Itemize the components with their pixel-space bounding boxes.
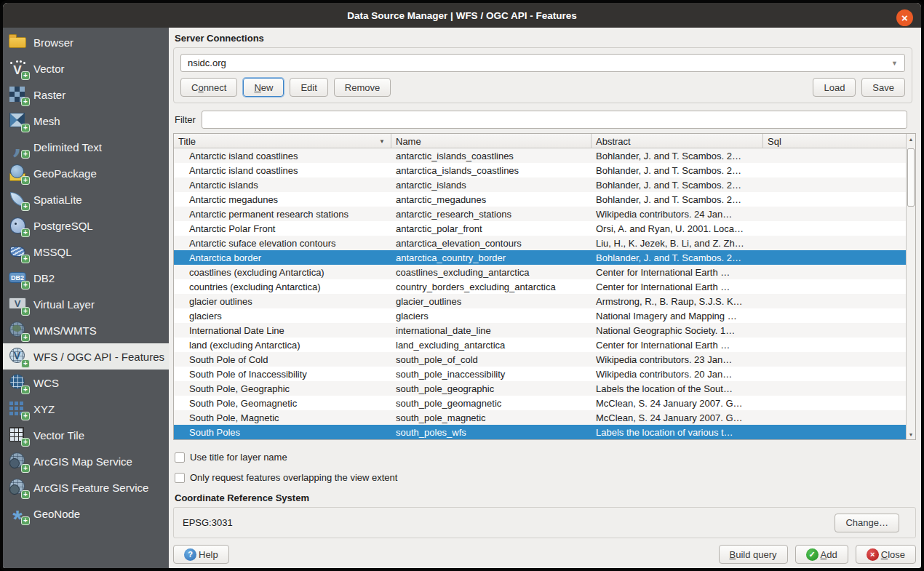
remove-button[interactable]: Remove (334, 78, 391, 97)
table-row[interactable]: South Pole of Coldsouth_pole_of_coldWiki… (174, 352, 906, 367)
connection-select[interactable]: nsidc.org ▼ (180, 54, 905, 72)
sidebar-item-browser[interactable]: Browser (3, 29, 169, 55)
sidebar-item-label: PostgreSQL (33, 220, 93, 232)
sidebar: BrowserV+Vector+Raster+Mesh,+Delimited T… (3, 28, 169, 568)
table-row[interactable]: Antarctic island coastlinesantarctic_isl… (174, 148, 906, 163)
table-row[interactable]: Antarctic megadunesantarctic_megadunesBo… (174, 192, 906, 207)
sidebar-item-label: WMS/WMTS (33, 324, 97, 337)
edit-button[interactable]: Edit (290, 78, 327, 97)
raster-icon: + (9, 84, 29, 105)
cell-abstract: Armstrong, R., B. Raup, S.J.S. K… (592, 294, 763, 308)
table-scrollbar[interactable]: ▲ ▼ (906, 134, 915, 439)
connect-button[interactable]: Connect (180, 78, 237, 97)
cell-sql (763, 410, 906, 425)
cell-name: antarctic_polar_front (391, 221, 592, 236)
table-row[interactable]: South Pole, Magneticsouth_pole_magneticM… (174, 410, 906, 425)
table-row[interactable]: South Pole, Geographicsouth_pole_geograp… (174, 381, 906, 396)
sidebar-item-vector[interactable]: V+Vector (3, 55, 169, 81)
table-row[interactable]: South Pole of Inaccessibilitysouth_pole_… (174, 367, 906, 381)
table-row[interactable]: Antarctic permanent research stationsant… (174, 207, 906, 221)
sidebar-item-label: Mesh (33, 115, 60, 127)
sidebar-item-geopackage[interactable]: +GeoPackage (3, 160, 169, 186)
build-query-button[interactable]: Build query (719, 545, 788, 564)
cell-title: South Poles (174, 425, 391, 439)
crs-section-label: Coordinate Reference System (175, 492, 916, 503)
add-button[interactable]: ✓Add (795, 545, 848, 564)
server-connections-group: nsidc.org ▼ Connect New Edit Remove Load… (173, 47, 912, 103)
plus-badge-icon: + (21, 228, 30, 237)
mssql-icon: + (9, 241, 29, 262)
sidebar-item-virtual-layer[interactable]: V+Virtual Layer (3, 291, 169, 317)
sidebar-item-wfs-ogc-api-features[interactable]: V+WFS / OGC API - Features (3, 343, 169, 370)
sidebar-item-wcs[interactable]: +WCS (3, 370, 169, 396)
table-row[interactable]: South Polessouth_poles_wfsLabels the loc… (174, 425, 906, 439)
vector-icon: V+ (9, 58, 29, 79)
table-row[interactable]: Antarctic suface elevation contoursantar… (174, 236, 906, 250)
sidebar-item-postgresql[interactable]: +PostgreSQL (3, 212, 169, 239)
table-row[interactable]: Antarctic islandsantarctic_islandsBohlan… (174, 177, 906, 192)
sidebar-item-mssql[interactable]: +MSSQL (3, 239, 169, 265)
titlebar[interactable]: Data Source Manager | WFS / OGC API - Fe… (3, 3, 921, 28)
close-button[interactable]: ×Close (856, 545, 916, 564)
table-row[interactable]: land (excluding Antarctica)land_excludin… (174, 338, 906, 352)
sidebar-item-arcgis-feature-service[interactable]: +ArcGIS Feature Service (3, 474, 169, 500)
only-overlapping-checkbox[interactable] (175, 473, 185, 483)
new-button[interactable]: New (243, 78, 284, 97)
table-row[interactable]: countries (excluding Antarctica)country_… (174, 279, 906, 294)
table-row[interactable]: Antarctica borderantarctica_country_bord… (174, 250, 906, 265)
column-header-name[interactable]: Name (391, 134, 592, 148)
scrollbar-thumb[interactable] (907, 148, 915, 207)
plus-badge-icon: + (21, 71, 30, 80)
table-row[interactable]: Antarctic island coastlinesantarctica_is… (174, 163, 906, 177)
sidebar-item-spatialite[interactable]: +SpatiaLite (3, 186, 169, 212)
column-header-sql[interactable]: Sql (763, 134, 915, 148)
sidebar-item-arcgis-map-service[interactable]: +ArcGIS Map Service (3, 448, 169, 474)
sidebar-item-geonode[interactable]: *+GeoNode (3, 500, 169, 527)
cell-name: south_pole_of_cold (391, 352, 592, 367)
cell-abstract: McClean, S. 24 January 2007. G… (592, 410, 763, 425)
window-close-icon[interactable]: × (896, 9, 913, 26)
cell-title: International Date Line (174, 323, 391, 338)
table-row[interactable]: glacier outlinesglacier_outlinesArmstron… (174, 294, 906, 308)
use-title-checkbox[interactable] (175, 452, 185, 463)
scroll-down-icon[interactable]: ▼ (907, 429, 915, 439)
use-title-option[interactable]: Use title for layer name (175, 452, 916, 463)
vector-tile-icon: + (9, 425, 29, 445)
sidebar-item-label: GeoNode (33, 508, 80, 520)
save-button[interactable]: Save (861, 78, 905, 97)
arcgis-map-icon: + (9, 451, 29, 471)
only-overlapping-option[interactable]: Only request features overlapping the vi… (175, 472, 916, 483)
sidebar-item-label: Browser (33, 36, 73, 49)
table-row[interactable]: Antarctic Polar Frontantarctic_polar_fro… (174, 221, 906, 236)
sidebar-item-db2[interactable]: DB2+DB2 (3, 265, 169, 291)
cell-sql (763, 236, 906, 250)
sidebar-item-label: Virtual Layer (33, 298, 95, 311)
cell-sql (763, 323, 906, 338)
cell-title: glacier outlines (174, 294, 391, 308)
load-button[interactable]: Load (813, 78, 856, 97)
scroll-up-icon[interactable]: ▲ (907, 134, 915, 144)
table-row[interactable]: International Date Lineinternational_dat… (174, 323, 906, 338)
column-header-abstract[interactable]: Abstract (592, 134, 763, 148)
filter-input[interactable] (202, 111, 907, 129)
close-icon: × (867, 548, 879, 561)
sidebar-item-wms-wmts[interactable]: +WMS/WMTS (3, 317, 169, 343)
table-row[interactable]: South Pole, Geomagneticsouth_pole_geomag… (174, 396, 906, 410)
plus-badge-icon: + (21, 150, 30, 159)
plus-badge-icon: + (21, 255, 30, 263)
column-header-title[interactable]: Title▼ (174, 134, 391, 148)
help-button[interactable]: ?Help (173, 545, 229, 564)
crs-frame: EPSG:3031 Change… (173, 507, 916, 538)
sidebar-item-mesh[interactable]: +Mesh (3, 108, 169, 134)
sidebar-item-vector-tile[interactable]: +Vector Tile (3, 422, 169, 448)
sidebar-item-xyz[interactable]: +XYZ (3, 396, 169, 422)
use-title-label: Use title for layer name (190, 452, 287, 463)
arcgis-feature-icon: + (9, 477, 29, 498)
cell-sql (763, 381, 906, 396)
sidebar-item-raster[interactable]: +Raster (3, 81, 169, 108)
table-row[interactable]: coastlines (excluding Antarctica)coastli… (174, 265, 906, 279)
cell-sql (763, 294, 906, 308)
sidebar-item-delimited-text[interactable]: ,+Delimited Text (3, 134, 169, 160)
crs-change-button[interactable]: Change… (835, 514, 899, 532)
table-row[interactable]: glaciersglaciersNational Imagery and Map… (174, 308, 906, 323)
